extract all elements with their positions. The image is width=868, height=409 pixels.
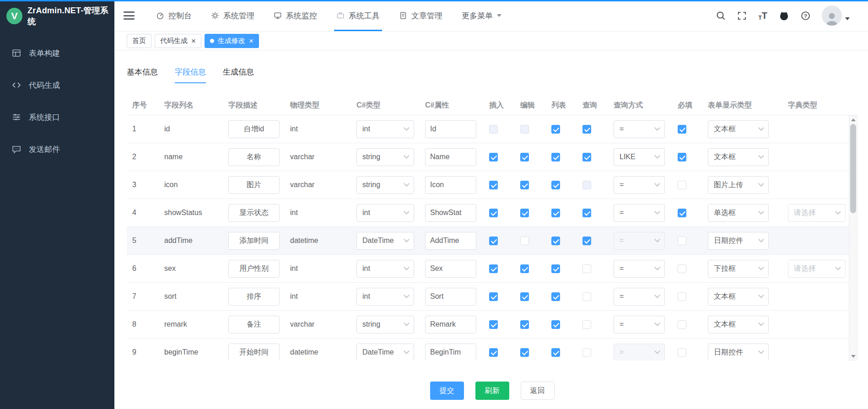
app-logo-area[interactable]: V ZrAdmin.NET-管理系统 bbox=[0, 0, 114, 32]
query-method-select[interactable]: = bbox=[614, 260, 665, 278]
nav-item-system-tools[interactable]: 系统工具 bbox=[327, 0, 389, 31]
insert-checkbox[interactable] bbox=[489, 320, 498, 329]
description-input[interactable] bbox=[228, 316, 280, 334]
query-method-select[interactable]: = bbox=[614, 176, 665, 194]
insert-checkbox[interactable] bbox=[489, 348, 498, 357]
scroll-down-arrow-icon[interactable] bbox=[849, 352, 857, 360]
fullscreen-icon[interactable] bbox=[737, 11, 747, 21]
required-checkbox[interactable] bbox=[678, 153, 686, 161]
insert-checkbox[interactable] bbox=[489, 237, 498, 245]
csharp-property-input[interactable] bbox=[425, 316, 476, 334]
description-input[interactable] bbox=[228, 260, 280, 278]
help-icon[interactable]: ? bbox=[801, 11, 810, 21]
edit-checkbox[interactable] bbox=[520, 209, 529, 217]
query-checkbox[interactable] bbox=[582, 237, 591, 245]
query-checkbox[interactable] bbox=[582, 181, 591, 189]
github-icon[interactable] bbox=[779, 11, 789, 21]
csharp-type-select[interactable]: DateTime bbox=[356, 232, 414, 250]
tab-generate-info[interactable]: 生成信息 bbox=[223, 67, 254, 83]
description-input[interactable] bbox=[228, 344, 280, 361]
csharp-type-select[interactable]: DateTime bbox=[356, 344, 414, 361]
query-checkbox[interactable] bbox=[582, 153, 591, 161]
list-checkbox[interactable] bbox=[551, 320, 560, 329]
required-checkbox[interactable] bbox=[678, 125, 686, 134]
hamburger-icon[interactable] bbox=[124, 11, 135, 20]
sidebar-item-code-generate[interactable]: 代码生成 bbox=[0, 69, 114, 101]
description-input[interactable] bbox=[228, 176, 280, 194]
required-checkbox[interactable] bbox=[678, 348, 686, 357]
description-input[interactable] bbox=[228, 232, 280, 250]
list-checkbox[interactable] bbox=[551, 292, 560, 301]
sidebar-item-form-builder[interactable]: 表单构建 bbox=[0, 37, 114, 69]
query-checkbox[interactable] bbox=[582, 125, 591, 134]
query-checkbox[interactable] bbox=[582, 292, 591, 301]
required-checkbox[interactable] bbox=[678, 264, 686, 273]
query-method-select[interactable]: = bbox=[614, 232, 665, 250]
query-checkbox[interactable] bbox=[582, 264, 591, 273]
nav-item-console[interactable]: 控制台 bbox=[146, 0, 201, 31]
csharp-property-input[interactable] bbox=[425, 288, 476, 306]
description-input[interactable] bbox=[228, 120, 280, 138]
list-checkbox[interactable] bbox=[551, 153, 560, 161]
insert-checkbox[interactable] bbox=[489, 181, 498, 189]
edit-checkbox[interactable] bbox=[520, 153, 529, 161]
display-type-select[interactable]: 日期控件 bbox=[708, 232, 769, 250]
query-checkbox[interactable] bbox=[582, 209, 591, 217]
tab-basic-info[interactable]: 基本信息 bbox=[127, 67, 158, 83]
nav-item-article-manage[interactable]: 文章管理 bbox=[389, 0, 452, 31]
display-type-select[interactable]: 文本框 bbox=[708, 288, 769, 306]
refresh-button[interactable]: 刷新 bbox=[475, 382, 509, 400]
dict-type-select[interactable]: 请选择 bbox=[788, 260, 846, 278]
tag-code-generate[interactable]: 代码生成 bbox=[155, 34, 201, 48]
csharp-type-select[interactable]: string bbox=[356, 148, 414, 166]
edit-checkbox[interactable] bbox=[520, 348, 529, 357]
csharp-type-select[interactable]: string bbox=[356, 176, 414, 194]
description-input[interactable] bbox=[228, 204, 280, 222]
csharp-property-input[interactable] bbox=[425, 344, 476, 361]
csharp-property-input[interactable] bbox=[425, 120, 476, 138]
query-method-select[interactable]: = bbox=[614, 316, 665, 334]
csharp-property-input[interactable] bbox=[425, 204, 476, 222]
tab-field-info[interactable]: 字段信息 bbox=[175, 67, 206, 83]
list-checkbox[interactable] bbox=[551, 125, 560, 134]
csharp-property-input[interactable] bbox=[425, 232, 476, 250]
query-method-select[interactable]: = bbox=[614, 120, 665, 138]
insert-checkbox[interactable] bbox=[489, 264, 498, 273]
scrollbar-track[interactable] bbox=[849, 124, 857, 352]
description-input[interactable] bbox=[228, 148, 280, 166]
query-checkbox[interactable] bbox=[582, 320, 591, 329]
list-checkbox[interactable] bbox=[551, 209, 560, 217]
edit-checkbox[interactable] bbox=[520, 320, 529, 329]
list-checkbox[interactable] bbox=[551, 348, 560, 357]
user-avatar-menu[interactable] bbox=[822, 5, 850, 26]
edit-checkbox[interactable] bbox=[520, 264, 529, 273]
csharp-property-input[interactable] bbox=[425, 260, 476, 278]
query-method-select[interactable]: LIKE bbox=[614, 148, 665, 166]
nav-item-more-menu[interactable]: 更多菜单 bbox=[452, 0, 511, 31]
query-checkbox[interactable] bbox=[582, 348, 591, 357]
scrollbar-thumb[interactable] bbox=[850, 124, 856, 213]
csharp-type-select[interactable]: int bbox=[356, 260, 414, 278]
tag-generate-edit[interactable]: 生成修改 bbox=[205, 34, 259, 48]
close-icon[interactable] bbox=[191, 37, 196, 45]
font-size-icon[interactable] bbox=[758, 11, 767, 21]
insert-checkbox[interactable] bbox=[489, 209, 498, 217]
list-checkbox[interactable] bbox=[551, 181, 560, 189]
query-method-select[interactable]: = bbox=[614, 288, 665, 306]
display-type-select[interactable]: 下拉框 bbox=[708, 260, 769, 278]
csharp-type-select[interactable]: int bbox=[356, 120, 414, 138]
display-type-select[interactable]: 日期控件 bbox=[708, 344, 769, 361]
display-type-select[interactable]: 文本框 bbox=[708, 316, 769, 334]
scroll-up-arrow-icon[interactable] bbox=[849, 116, 857, 124]
submit-button[interactable]: 提交 bbox=[430, 382, 464, 400]
insert-checkbox[interactable] bbox=[489, 292, 498, 301]
csharp-property-input[interactable] bbox=[425, 176, 476, 194]
dict-type-select[interactable]: 请选择 bbox=[788, 204, 846, 222]
search-icon[interactable] bbox=[716, 11, 726, 21]
edit-checkbox[interactable] bbox=[520, 181, 529, 189]
list-checkbox[interactable] bbox=[551, 237, 560, 245]
edit-checkbox[interactable] bbox=[520, 237, 529, 245]
display-type-select[interactable]: 单选框 bbox=[708, 204, 769, 222]
required-checkbox[interactable] bbox=[678, 181, 686, 189]
csharp-type-select[interactable]: int bbox=[356, 204, 414, 222]
